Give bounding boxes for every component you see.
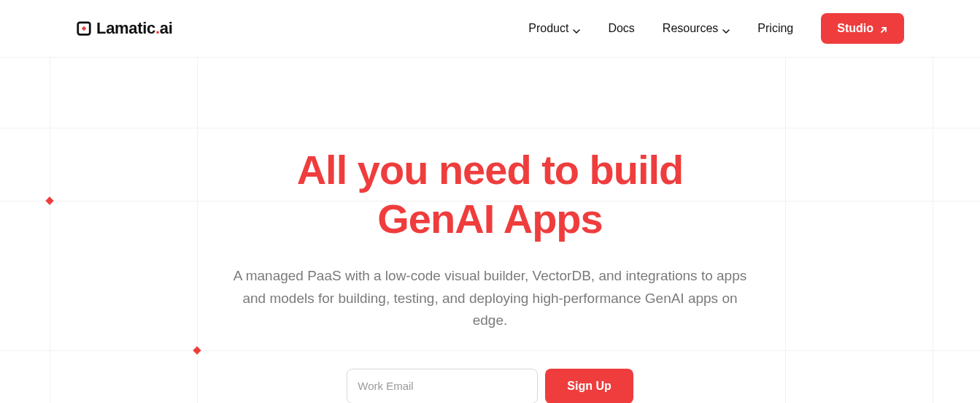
sign-up-button[interactable]: Sign Up bbox=[545, 369, 633, 403]
nav-item-docs[interactable]: Docs bbox=[608, 22, 634, 35]
nav-item-resources[interactable]: Resources bbox=[663, 22, 730, 35]
work-email-input[interactable] bbox=[347, 369, 538, 403]
nav-label: Pricing bbox=[757, 22, 793, 35]
site-header: Lamatic.ai Product Docs Resources Pricin… bbox=[0, 0, 980, 58]
hero-section: All you need to build GenAI Apps A manag… bbox=[162, 58, 819, 403]
nav-item-pricing[interactable]: Pricing bbox=[757, 22, 793, 35]
studio-button-label: Studio bbox=[837, 22, 873, 35]
nav-label: Product bbox=[528, 22, 568, 35]
signup-form: Sign Up bbox=[162, 369, 819, 403]
logo-mark-icon bbox=[76, 20, 92, 37]
nav-label: Docs bbox=[608, 22, 634, 35]
chevron-down-icon bbox=[573, 25, 580, 32]
chevron-down-icon bbox=[722, 25, 730, 32]
nav-item-product[interactable]: Product bbox=[528, 22, 580, 35]
studio-button[interactable]: Studio bbox=[821, 13, 904, 44]
diamond-accent-icon bbox=[45, 196, 53, 204]
brand-name: Lamatic.ai bbox=[96, 19, 173, 38]
nav-label: Resources bbox=[663, 22, 718, 35]
svg-rect-1 bbox=[82, 26, 86, 31]
brand-logo[interactable]: Lamatic.ai bbox=[76, 19, 173, 38]
main-nav: Product Docs Resources Pricing Studio bbox=[528, 13, 904, 44]
hero-subtitle: A managed PaaS with a low-code visual bu… bbox=[228, 265, 753, 331]
hero-title: All you need to build GenAI Apps bbox=[162, 145, 819, 243]
arrow-up-right-icon bbox=[879, 24, 888, 33]
